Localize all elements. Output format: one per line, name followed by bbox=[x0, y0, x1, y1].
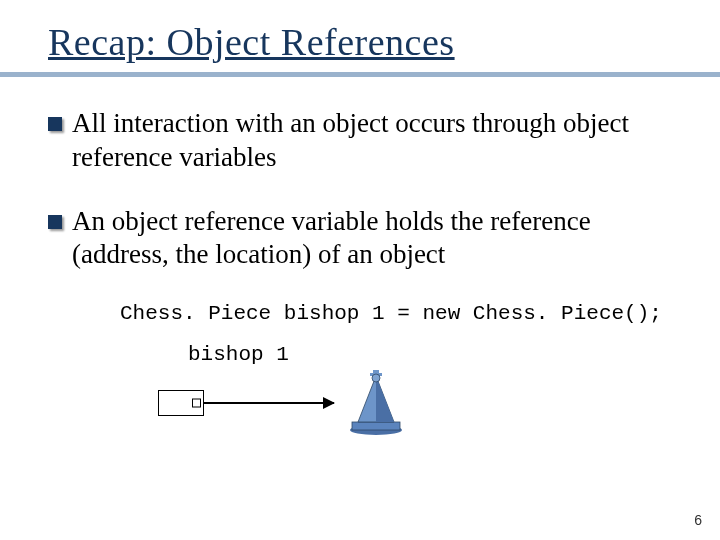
svg-rect-1 bbox=[352, 422, 400, 430]
code-snippet: Chess. Piece bishop 1 = new Chess. Piece… bbox=[120, 302, 672, 325]
slide-title: Recap: Object References bbox=[48, 20, 672, 64]
reference-diagram: bishop 1 bbox=[158, 343, 672, 436]
svg-point-6 bbox=[372, 374, 380, 382]
bullet-marker-icon bbox=[48, 215, 62, 229]
title-divider bbox=[0, 72, 720, 77]
svg-rect-4 bbox=[373, 370, 379, 373]
page-number: 6 bbox=[694, 512, 702, 528]
bullet-item: All interaction with an object occurs th… bbox=[48, 107, 672, 175]
reference-box-icon bbox=[158, 390, 204, 416]
bishop-piece-icon bbox=[346, 370, 406, 436]
bullet-text: An object reference variable holds the r… bbox=[72, 205, 672, 273]
bullet-item: An object reference variable holds the r… bbox=[48, 205, 672, 273]
arrow-icon bbox=[204, 402, 334, 404]
variable-label: bishop 1 bbox=[188, 343, 672, 366]
bullet-marker-icon bbox=[48, 117, 62, 131]
bullet-text: All interaction with an object occurs th… bbox=[72, 107, 672, 175]
